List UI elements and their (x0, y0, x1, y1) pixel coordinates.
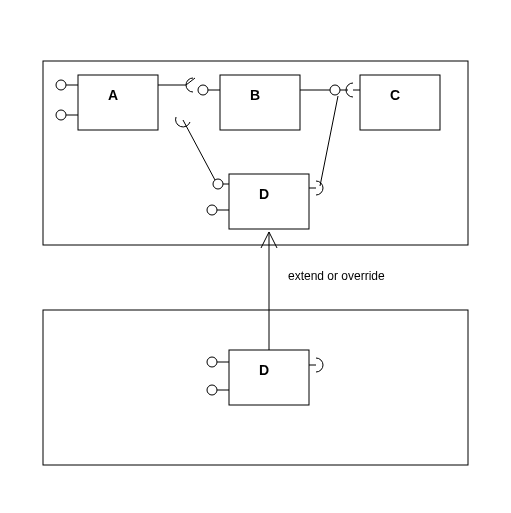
box-a-label: A (108, 87, 118, 103)
svg-point-10 (198, 85, 208, 95)
svg-point-2 (56, 80, 66, 90)
port-a-left-2 (56, 110, 78, 120)
port-a-left-1 (56, 80, 78, 90)
svg-point-27 (207, 385, 217, 395)
svg-line-30 (261, 232, 269, 248)
box-b: B (220, 75, 300, 130)
svg-point-17 (213, 179, 223, 189)
box-c-label: C (390, 87, 400, 103)
extend-override-arrow (261, 232, 277, 350)
svg-line-22 (320, 96, 338, 186)
port-d-left-2 (207, 205, 229, 215)
connector-a-to-b (158, 78, 220, 95)
svg-point-20 (207, 205, 217, 215)
box-d-label: D (259, 186, 269, 202)
svg-line-31 (269, 232, 277, 248)
box-d-lower: D (229, 350, 309, 405)
connector-b-to-c (300, 83, 360, 97)
svg-line-16 (183, 120, 215, 180)
diagram-canvas: A B C D (0, 0, 511, 513)
svg-point-25 (207, 357, 217, 367)
box-d-lower-label: D (259, 362, 269, 378)
connector-d-right-to-c (309, 96, 338, 195)
extend-override-label: extend or override (288, 269, 385, 283)
port-d2-right (309, 358, 323, 372)
box-c: C (360, 75, 440, 130)
svg-point-4 (56, 110, 66, 120)
port-d2-left-1 (207, 357, 229, 367)
svg-point-13 (330, 85, 340, 95)
box-d: D (229, 174, 309, 229)
port-d2-left-2 (207, 385, 229, 395)
box-b-label: B (250, 87, 260, 103)
box-a: A (78, 75, 158, 130)
